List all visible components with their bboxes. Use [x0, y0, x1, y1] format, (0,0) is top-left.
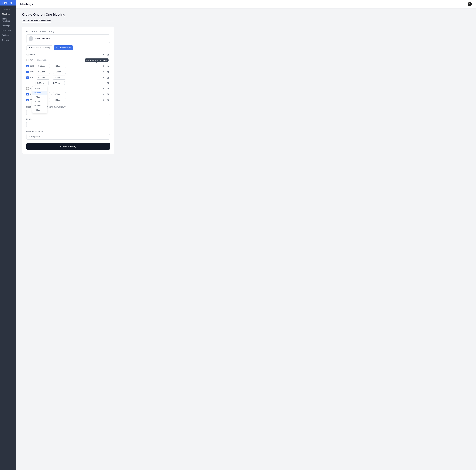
wed-checkbox[interactable] [26, 87, 29, 90]
sidebar: TimeTics Overview Meetings Team members … [0, 0, 16, 470]
fri-add-button[interactable]: + [102, 98, 105, 102]
tue-add-button[interactable]: + [102, 76, 105, 80]
sun-start-input[interactable] [37, 64, 50, 68]
day-row-sat: SAT Unavailable + 🗑 [26, 57, 110, 63]
sidebar-item-customers[interactable]: Customers [0, 28, 16, 33]
wed-delete-button[interactable]: 🗑 [106, 86, 110, 90]
page-heading: Create One-on-One Meeting [22, 13, 470, 17]
dropdown-scroll: 9:00am 9:05am 9:10am 9:15am 9:20am 9:25a… [33, 86, 47, 113]
sidebar-nav: Overview Meetings Team members Bookings … [0, 5, 16, 42]
sidebar-item-team-members[interactable]: Team members [0, 17, 16, 23]
tue-actions-2: 🗑 [106, 81, 110, 85]
thu-checkbox[interactable] [26, 93, 29, 96]
add-slot-header-button[interactable]: + [102, 53, 105, 56]
price-section: PRICE [26, 118, 110, 127]
steps-row: Step 2 of 3 – Time & Availability [22, 19, 114, 23]
host-name: Mastuza Madura [35, 37, 50, 40]
sun-checkbox[interactable] [26, 65, 29, 67]
edit-avail-label: Edit Availability [58, 47, 71, 49]
price-input[interactable] [26, 122, 110, 127]
tue-checkbox[interactable] [26, 76, 29, 79]
main-content: Meetings ? Create One-on-One Meeting Ste… [16, 0, 476, 470]
tue-sep-2: - [50, 82, 51, 84]
main-card: SELECT HOST (MULTIPLE HOST) Mastuza Madu… [22, 27, 114, 154]
fri-delete-button[interactable]: 🗑 [106, 98, 110, 102]
sidebar-item-meetings[interactable]: Meetings [0, 12, 16, 17]
wed-add-button[interactable]: + [102, 86, 105, 90]
thu-delete-button[interactable]: 🗑 [106, 92, 110, 96]
tue-end-input-2[interactable] [52, 81, 65, 85]
visibility-section: MEETING VISIBILTY Public/private Public … [26, 131, 110, 139]
dropdown-item-2[interactable]: 9:10am [33, 95, 47, 99]
sat-label: SAT [30, 59, 35, 61]
sidebar-item-get-help[interactable]: Get help [0, 38, 16, 42]
dropdown-item-3[interactable]: 9:15am [33, 99, 47, 103]
mon-checkbox[interactable] [26, 71, 29, 73]
thu-add-button[interactable]: + [102, 92, 105, 96]
tue-end-input-1[interactable] [53, 76, 66, 80]
sun-sep: - [51, 65, 52, 67]
sat-add-button[interactable]: + [102, 58, 105, 62]
dropdown-item-6[interactable]: 9:30am [33, 112, 47, 113]
tue-label: TUE [30, 77, 35, 79]
chevron-up-icon: ∧ [106, 37, 108, 40]
dropdown-item-1[interactable]: 9:05am [33, 91, 47, 95]
sun-actions: + Add new time slot or interval 🗑 [102, 64, 110, 68]
day-row-mon: MON - + 🗑 [26, 69, 110, 75]
sun-add-tooltip-container: + Add new time slot or interval [102, 64, 105, 68]
star-icon: ★ [29, 47, 30, 49]
dropdown-item-4[interactable]: 9:20am [33, 103, 47, 108]
fri-checkbox[interactable] [26, 99, 29, 101]
avatar [29, 36, 33, 41]
host-info: Mastuza Madura [29, 36, 50, 41]
topbar: Meetings ? [16, 0, 476, 8]
mon-delete-button[interactable]: 🗑 [106, 70, 110, 74]
help-button[interactable]: ? [468, 2, 472, 6]
dropdown-item-0[interactable]: 9:00am [33, 86, 47, 91]
step-line [54, 21, 114, 21]
mon-sep: - [51, 71, 52, 73]
tue-delete-button-2[interactable]: 🗑 [106, 81, 110, 85]
mon-add-button[interactable]: + [102, 70, 105, 74]
fri-end-input[interactable] [53, 98, 66, 102]
use-default-availability-button[interactable]: ★ Use Default Availability [26, 45, 52, 50]
tue-start-input-1[interactable] [37, 76, 50, 80]
thu-sep: - [51, 93, 52, 95]
fri-sep: - [51, 99, 52, 101]
host-selector[interactable]: Mastuza Madura ∧ [26, 34, 110, 43]
tue-start-input-2[interactable] [35, 81, 49, 85]
tue-delete-button-1[interactable]: 🗑 [106, 76, 110, 80]
sidebar-item-overview[interactable]: Overview [0, 7, 16, 12]
sun-add-button[interactable]: + [102, 64, 105, 68]
sidebar-item-bookings[interactable]: Bookings [0, 23, 16, 28]
sun-delete-button[interactable]: 🗑 [106, 64, 110, 68]
sun-end-input[interactable] [53, 64, 66, 68]
day-sub-row-tue: - 🗑 9:00am 9:05am 9:10am 9:15am 9:20am 9… [26, 81, 110, 86]
mon-end-input[interactable] [53, 70, 66, 74]
dropdown-item-5[interactable]: 9:25am [33, 108, 47, 112]
sat-actions: + 🗑 [102, 58, 110, 62]
day-row-tue: TUE - + 🗑 [26, 75, 110, 81]
sat-delete-button[interactable]: 🗑 [106, 58, 110, 62]
visibility-select[interactable]: Public/private Public Private [26, 134, 110, 139]
sidebar-item-settings[interactable]: Settings [0, 33, 16, 38]
create-meeting-button[interactable]: Create Meeting [26, 143, 110, 150]
delete-slot-header-button[interactable]: 🗑 [106, 53, 110, 56]
host-section-label: SELECT HOST (MULTIPLE HOST) [26, 31, 110, 33]
apply-to-all-link[interactable]: Apply to all [26, 53, 35, 56]
time-dropdown[interactable]: 9:00am 9:05am 9:10am 9:15am 9:20am 9:25a… [32, 86, 47, 113]
header-actions: + 🗑 [102, 53, 110, 56]
step-label: Step 2 of 3 – Time & Availability [22, 19, 51, 23]
visibility-label: MEETING VISIBILTY [26, 131, 110, 132]
edit-availability-button[interactable]: ✎ Edit Availability [54, 45, 73, 50]
sat-checkbox[interactable] [26, 59, 29, 61]
tue-sep-1: - [51, 76, 52, 79]
thu-actions: + 🗑 [102, 92, 110, 96]
fri-actions: + 🗑 [102, 98, 110, 102]
mon-start-input[interactable] [37, 70, 50, 74]
page-title: Meetings [20, 2, 33, 6]
sidebar-logo: TimeTics [0, 0, 16, 5]
price-label: PRICE [26, 118, 110, 120]
thu-end-input[interactable] [53, 92, 66, 96]
mon-label: MON [30, 71, 35, 73]
